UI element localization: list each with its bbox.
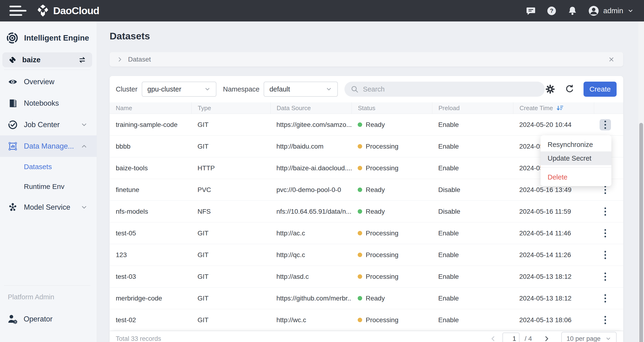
table-row[interactable]: test-05 GIT http://ac.c Processing Enabl… (110, 222, 623, 244)
scrollbar-thumb[interactable] (639, 123, 643, 342)
status-dot (358, 274, 362, 279)
close-icon[interactable] (608, 56, 615, 63)
cell-data-source: nfs://10.64.65.91/data/n... (270, 208, 352, 215)
cell-status: Processing (352, 316, 432, 324)
status-label: Ready (366, 208, 385, 215)
row-actions-button[interactable] (600, 314, 611, 326)
row-actions-button[interactable] (600, 206, 611, 217)
chevron-right-icon[interactable] (117, 56, 123, 62)
cell-type: GIT (191, 251, 270, 259)
cell-preload: Enable (432, 273, 513, 280)
column-header-data-source: Data Source (270, 102, 352, 114)
menu-item-update-secret[interactable]: Update Secret (540, 152, 612, 165)
topbar-actions: ? admin (526, 5, 634, 16)
column-header-actions (594, 102, 623, 114)
workspace-icon (8, 55, 17, 64)
table-row[interactable]: test-03 GIT http://asd.c Processing Enab… (110, 266, 623, 288)
workspace-switcher[interactable]: baize (2, 52, 92, 67)
sidebar-item-operator[interactable]: Operator (0, 308, 96, 330)
table-row[interactable]: test-02 GIT http://wc.c Processing Enabl… (110, 309, 623, 331)
status-dot (358, 296, 362, 301)
cell-status: Ready (352, 208, 432, 215)
per-page-select[interactable]: 10 per page (561, 332, 616, 342)
previous-page-icon[interactable] (489, 335, 497, 342)
cell-name: baize-tools (110, 165, 191, 172)
menu-divider (540, 168, 612, 168)
sidebar-item-job-center[interactable]: Job Center (0, 114, 96, 135)
data-manage-icon (8, 141, 18, 152)
namespace-select[interactable]: default (264, 82, 338, 97)
cell-type: GIT (191, 295, 270, 302)
sidebar-item-overview[interactable]: Overview (0, 71, 96, 92)
column-header-type: Type (191, 102, 270, 114)
chevron-down-icon (628, 8, 634, 14)
status-dot (358, 166, 362, 170)
status-dot (358, 231, 362, 235)
row-actions-button[interactable] (600, 293, 611, 304)
user-menu[interactable]: admin (588, 5, 634, 16)
product-header: Intelligent Engine (6, 32, 89, 44)
page-count: / 4 (525, 335, 532, 342)
help-icon[interactable]: ? (547, 6, 556, 16)
avatar (588, 5, 599, 16)
chevron-down-icon (80, 204, 88, 211)
cell-status: Processing (352, 165, 432, 172)
messages-icon[interactable] (526, 6, 536, 16)
row-actions-button[interactable] (600, 228, 611, 239)
status-dot (358, 122, 362, 127)
brand-logo[interactable]: DaoCloud (36, 4, 99, 17)
status-label: Processing (366, 316, 398, 324)
cell-data-source: https://github.com/merbr... (270, 295, 352, 302)
cell-preload: Enable (432, 143, 513, 150)
refresh-icon[interactable] (564, 84, 575, 95)
sidebar-divider (4, 285, 90, 286)
cell-type: GIT (191, 143, 270, 150)
search-input[interactable] (362, 85, 529, 93)
column-header-create-time[interactable]: Create Time (513, 102, 594, 114)
workspace-swap-icon[interactable] (78, 56, 86, 64)
table-row[interactable]: 123 GIT http://qc.c Processing Enable 20… (110, 244, 623, 266)
sort-descending-icon[interactable] (556, 104, 564, 112)
table-row[interactable]: training-sample-code GIT https://gitee.c… (110, 114, 623, 136)
sidebar-item-notebooks[interactable]: Notebooks (0, 92, 96, 114)
menu-item-delete[interactable]: Delete (540, 170, 612, 184)
cell-name: nfs-models (110, 208, 191, 215)
sidebar-item-datasets[interactable]: Datasets (0, 157, 96, 177)
cell-create-time: 2024-05-14 11:26 (513, 251, 594, 259)
row-actions-button[interactable] (600, 271, 611, 282)
chevron-down-icon (326, 86, 332, 92)
toolbar-actions: Create (545, 82, 616, 97)
dataset-accordion[interactable]: Dataset (110, 52, 623, 66)
user-name: admin (603, 6, 623, 15)
sidebar-item-model-service[interactable]: Model Service (0, 196, 96, 218)
hamburger-menu-icon[interactable] (10, 5, 26, 17)
search-box (344, 82, 545, 97)
menu-item-resynchronize[interactable]: Resynchronize (540, 138, 612, 152)
status-dot (358, 187, 362, 192)
cell-status: Processing (352, 273, 432, 280)
search-icon (350, 85, 358, 93)
table-row[interactable]: nfs-models NFS nfs://10.64.65.91/data/n.… (110, 201, 623, 222)
accordion-label: Dataset (128, 56, 151, 63)
status-label: Ready (366, 121, 385, 129)
cell-type: PVC (191, 186, 270, 194)
table-footer: Total 33 records / 4 10 per page (110, 331, 623, 342)
cell-preload: Enable (432, 316, 513, 324)
sidebar-item-label: Overview (24, 78, 54, 86)
cell-create-time: 2024-05-14 11:46 (513, 229, 594, 237)
table-row[interactable]: merbridge-code GIT https://github.com/me… (110, 288, 623, 309)
sidebar-item-runtime-env[interactable]: Runtime Env (0, 177, 96, 196)
cell-name: merbridge-code (110, 295, 191, 302)
page-number-input[interactable] (502, 333, 520, 342)
settings-gear-icon[interactable] (545, 84, 556, 95)
cluster-select[interactable]: gpu-cluster (142, 82, 216, 97)
sidebar-item-data-manage[interactable]: Data Manage... (0, 135, 96, 157)
cell-name: test-05 (110, 229, 191, 237)
create-button[interactable]: Create (584, 82, 616, 97)
next-page-icon[interactable] (542, 335, 550, 342)
row-actions-button[interactable] (600, 249, 611, 261)
row-actions-button[interactable] (600, 119, 611, 130)
cell-data-source: http://baidu.com (270, 143, 352, 150)
notifications-bell-icon[interactable] (568, 6, 578, 16)
page-title: Datasets (110, 31, 150, 42)
